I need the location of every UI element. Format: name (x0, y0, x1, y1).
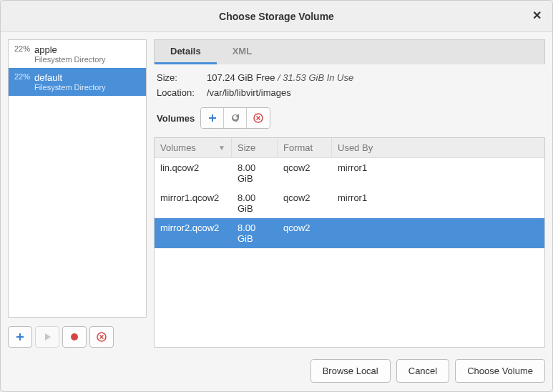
pool-type: Filesystem Directory (34, 55, 106, 64)
cell-volume: mirror1.qcow2 (155, 191, 232, 215)
details-section: Size: 107.24 GiB Free / 31.53 GiB In Use… (154, 64, 545, 133)
delete-pool-button[interactable] (89, 326, 114, 348)
pool-type: Filesystem Directory (34, 83, 106, 92)
storage-pool-list: 22%appleFilesystem Directory22%defaultFi… (8, 39, 147, 318)
cell-format: qcow2 (278, 221, 332, 245)
table-row[interactable]: lin.qcow28.00 GiBqcow2mirror1 (155, 158, 544, 188)
pool-name: default (34, 72, 106, 83)
size-value: 107.24 GiB Free / 31.53 GiB In Use (207, 72, 353, 83)
cell-format: qcow2 (278, 161, 332, 185)
close-button[interactable]: ✕ (529, 8, 544, 22)
table-row[interactable]: mirror2.qcow28.00 GiBqcow2 (155, 218, 544, 248)
cancel-button[interactable]: Cancel (396, 359, 449, 383)
record-icon (70, 333, 79, 341)
dialog-window: Choose Storage Volume ✕ 22%appleFilesyst… (0, 0, 553, 392)
cell-used-by (332, 221, 544, 245)
table-row[interactable]: mirror1.qcow28.00 GiBqcow2mirror1 (155, 188, 544, 218)
plus-icon (207, 113, 217, 123)
location-row: Location: /var/lib/libvirt/images (157, 85, 542, 100)
cell-volume: mirror2.qcow2 (155, 221, 232, 245)
size-inuse: 31.53 GiB In Use (283, 72, 353, 83)
delete-icon (97, 332, 107, 342)
location-label: Location: (157, 87, 207, 98)
location-value: /var/lib/libvirt/images (207, 87, 291, 98)
footer: Browse Local Cancel Choose Volume (1, 355, 552, 391)
pool-toolbar (8, 326, 147, 348)
cell-format: qcow2 (278, 191, 332, 215)
header-used-by[interactable]: Used By (332, 138, 544, 157)
cell-size: 8.00 GiB (232, 191, 278, 215)
header-size[interactable]: Size (232, 138, 278, 157)
main-panel: Details XML Size: 107.24 GiB Free / 31.5… (154, 39, 545, 348)
pool-item[interactable]: 22%appleFilesystem Directory (9, 40, 146, 68)
sidebar: 22%appleFilesystem Directory22%defaultFi… (8, 39, 147, 348)
choose-volume-button[interactable]: Choose Volume (455, 359, 545, 383)
refresh-volume-button[interactable] (224, 108, 247, 128)
size-label: Size: (157, 72, 207, 83)
cell-size: 8.00 GiB (232, 161, 278, 185)
pool-percent: 22% (14, 72, 34, 81)
volumes-table: Volumes ▼ Size Format Used By lin.qcow28… (154, 137, 545, 348)
volumes-label: Volumes (157, 113, 195, 124)
volumes-toolbar: Volumes (157, 107, 542, 129)
header-volumes[interactable]: Volumes ▼ (155, 138, 232, 157)
header-format[interactable]: Format (278, 138, 332, 157)
window-title: Choose Storage Volume (219, 11, 334, 22)
titlebar: Choose Storage Volume ✕ (1, 1, 552, 32)
table-header: Volumes ▼ Size Format Used By (155, 138, 544, 158)
content-area: 22%appleFilesystem Directory22%defaultFi… (1, 32, 552, 355)
volume-button-group (200, 107, 270, 129)
start-pool-button[interactable] (35, 326, 59, 348)
play-icon (43, 333, 52, 341)
tab-details[interactable]: Details (155, 40, 217, 64)
delete-icon (253, 113, 263, 123)
pool-item[interactable]: 22%defaultFilesystem Directory (9, 68, 146, 96)
cell-used-by: mirror1 (332, 191, 544, 215)
cell-size: 8.00 GiB (232, 221, 278, 245)
add-volume-button[interactable] (201, 108, 224, 128)
browse-local-button[interactable]: Browse Local (310, 359, 391, 383)
tab-xml[interactable]: XML (217, 40, 268, 64)
size-row: Size: 107.24 GiB Free / 31.53 GiB In Use (157, 70, 542, 85)
add-pool-button[interactable] (8, 326, 32, 348)
svg-point-0 (71, 333, 78, 340)
sort-desc-icon: ▼ (218, 144, 225, 152)
stop-pool-button[interactable] (62, 326, 87, 348)
plus-icon (15, 332, 25, 342)
close-icon: ✕ (532, 9, 542, 22)
tab-bar: Details XML (154, 39, 545, 64)
cell-volume: lin.qcow2 (155, 161, 232, 185)
delete-volume-button[interactable] (247, 108, 270, 128)
refresh-icon (230, 113, 240, 123)
table-body: lin.qcow28.00 GiBqcow2mirror1mirror1.qco… (155, 158, 544, 248)
pool-percent: 22% (14, 44, 34, 53)
pool-name: apple (34, 44, 106, 55)
cell-used-by: mirror1 (332, 161, 544, 185)
size-free: 107.24 GiB Free (207, 72, 275, 83)
